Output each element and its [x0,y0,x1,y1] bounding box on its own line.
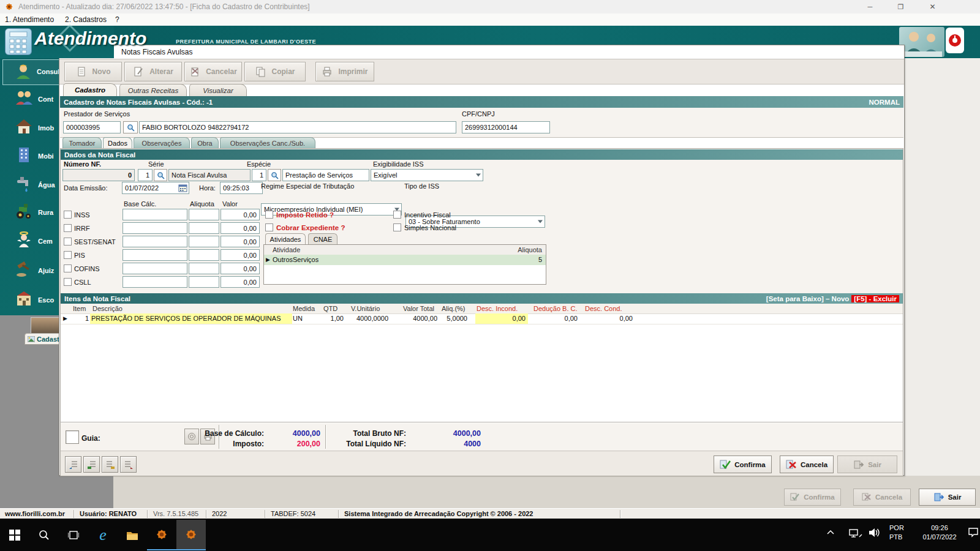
sest-base-input[interactable] [123,236,187,247]
cofins-aliquota-input[interactable] [189,263,219,274]
app-window-1-button[interactable] [147,520,176,550]
fiorilli-logo[interactable] [946,28,964,53]
tray-language[interactable]: POR PTB [889,523,909,542]
sair-button-inner[interactable]: Sair [837,455,897,473]
inss-base-input[interactable] [123,209,187,220]
nav-prev-button[interactable] [83,456,100,473]
serie-input[interactable]: 1 [138,169,153,181]
tab-label: Visualizar [203,87,233,94]
pis-base-input[interactable] [123,249,187,261]
prestador-name-input[interactable]: FABIO BORTOLOZO 94822794172 [139,121,456,133]
sest-checkbox[interactable] [64,238,72,246]
pis-valor-input[interactable]: 0,00 [221,249,260,261]
hora-input[interactable]: 09:25:03 [220,182,263,194]
imposto-retido-checkbox[interactable] [265,211,273,219]
nav-first-button[interactable] [65,456,81,473]
data-emissao-input[interactable]: 01/07/2022 [122,182,189,194]
minimize-button[interactable]: ─ [856,0,884,13]
confirma-button[interactable]: Confirma [714,455,772,473]
inss-aliquota-input[interactable] [189,209,219,220]
csll-checkbox[interactable] [64,278,72,286]
especie-input[interactable]: 1 [252,169,266,181]
outer-sair-button[interactable]: Sair [919,489,976,506]
tray-network[interactable] [849,528,862,539]
menu-cadastros[interactable]: 2. Cadastros [65,15,107,24]
close-button[interactable]: ✕ [919,0,946,13]
irrf-base-input[interactable] [123,222,187,234]
csll-aliquota-input[interactable] [189,276,219,288]
sest-aliquota-input[interactable] [189,236,219,247]
serie-name-input[interactable]: Nota Fiscal Avulsa [168,169,251,181]
tab-label: Atividades [270,236,301,243]
data-emissao-label: Data Emissão: [64,184,108,192]
tab-cnae[interactable]: CNAE [308,233,337,244]
taskbar-search-button[interactable] [29,520,59,550]
clock-date: 01/07/2022 [911,533,968,542]
csll-base-input[interactable] [123,276,187,288]
pis-aliquota-input[interactable] [189,249,219,261]
cobrar-expediente-checkbox[interactable] [265,223,273,231]
exigibilidade-select[interactable]: Exigível [371,169,483,181]
irrf-aliquota-input[interactable] [189,222,219,234]
tab-atividades[interactable]: Atividades [265,233,306,244]
tab-observacoes[interactable]: Observações [134,137,190,148]
tab-obra[interactable]: Obra [191,137,219,148]
internet-explorer-button[interactable]: e [88,520,118,550]
irrf-valor-input[interactable]: 0,00 [221,222,260,234]
maximize-button[interactable]: ❐ [887,0,914,13]
nav-next-button[interactable] [102,456,118,473]
tray-volume[interactable] [869,527,881,539]
imprimir-button[interactable]: Imprimir [315,62,374,81]
serie-search-button[interactable] [154,169,167,181]
tab-dados[interactable]: Dados [103,137,132,148]
atividade-row[interactable]: ▶ OutrosServiços 5 [264,255,546,265]
tab-tomador[interactable]: Tomador [62,137,102,148]
cofins-base-input[interactable] [123,263,187,274]
tab-observacoes-canc[interactable]: Observações Canc./Sub. [220,137,315,148]
especie-search-button[interactable] [268,169,281,181]
outer-confirma-button[interactable]: Confirma [784,489,841,506]
novo-button[interactable]: Novo [64,62,122,81]
menu-help[interactable]: ? [115,15,119,24]
inss-checkbox[interactable] [64,211,72,219]
inss-valor-input[interactable]: 0,00 [221,209,260,220]
prestador-search-button[interactable] [123,121,138,133]
numero-nf-input[interactable]: 0 [62,169,135,181]
action-center-button[interactable] [968,527,979,539]
start-button[interactable] [0,520,29,550]
pis-checkbox[interactable] [64,251,72,259]
copiar-button[interactable]: Copiar [244,62,306,81]
cofins-valor-input[interactable]: 0,00 [221,263,260,274]
simples-nacional-checkbox[interactable] [393,223,401,231]
incentivo-fiscal-checkbox[interactable] [393,211,401,219]
csll-valor-input[interactable]: 0,00 [221,276,260,288]
tab-visualizar[interactable]: Visualizar [189,84,247,96]
guia-checkbox[interactable] [66,430,79,444]
file-explorer-button[interactable] [118,520,147,550]
app-window-2-button-active[interactable] [176,520,206,550]
image-icon [28,336,35,342]
prestador-code-input[interactable]: 000003995 [63,121,121,133]
especie-name-input[interactable]: Prestação de Serviços [282,169,369,181]
irrf-checkbox[interactable] [64,224,72,232]
cpf-cnpj-input[interactable]: 26999312000144 [462,121,550,133]
nav-last-button[interactable] [120,456,137,473]
tab-outras-receitas[interactable]: Outras Receitas [119,84,187,96]
calendar-icon[interactable] [178,184,187,192]
task-view-button[interactable] [59,520,88,550]
exigibilidade-value: Exigível [374,171,398,179]
search-icon [157,171,165,179]
sidebar-item-label: Rura [38,209,53,216]
cancela-button[interactable]: Cancela [780,455,834,473]
alterar-button[interactable]: Alterar [124,62,182,81]
cofins-checkbox[interactable] [64,264,72,272]
tab-cadastro[interactable]: Cadastro [63,83,117,96]
outer-cancela-button[interactable]: Cancela [853,489,911,506]
tray-clock[interactable]: 09:26 01/07/2022 [911,523,968,542]
menu-atendimento[interactable]: 1. Atendimento [5,15,54,24]
tray-chevron-up[interactable] [826,528,835,537]
item-row[interactable]: ▶ 1 PRESTAÇÃO DE SERVIÇOS DE OPERADOR DE… [61,313,903,324]
statusbar: www.fiorilli.com.br Usuário: RENATO Vrs.… [0,508,980,519]
sest-valor-input[interactable]: 0,00 [221,236,260,247]
cancelar-button[interactable]: Cancelar [184,62,242,81]
